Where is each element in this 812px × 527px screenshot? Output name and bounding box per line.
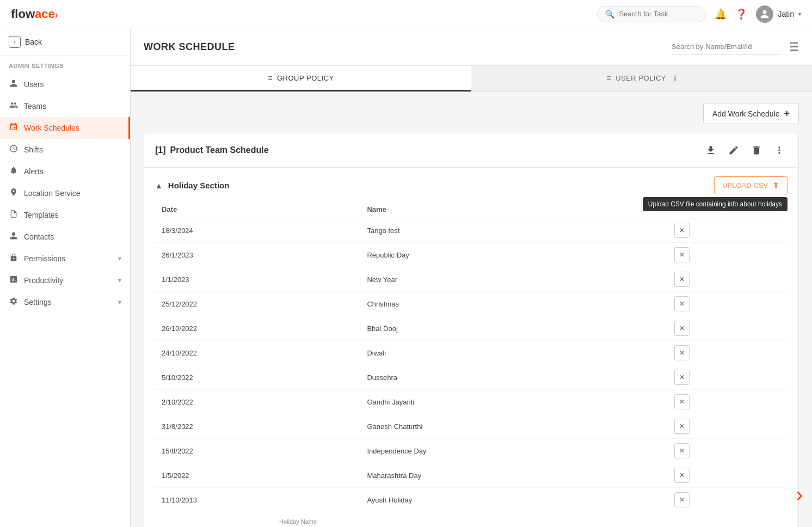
avatar bbox=[756, 5, 773, 23]
sidebar-item-permissions[interactable]: Permissions ▾ bbox=[0, 248, 130, 269]
holiday-action-cell: ✕ bbox=[668, 390, 788, 414]
holiday-date: 31/8/2022 bbox=[155, 414, 360, 439]
holiday-name: Christmas bbox=[360, 292, 667, 316]
location-service-label: Location Service bbox=[24, 189, 81, 198]
holiday-name: Ganesh Chaturthi bbox=[360, 414, 667, 439]
holiday-date: 5/10/2022 bbox=[155, 365, 360, 390]
holiday-date: 26/1/2023 bbox=[155, 243, 360, 267]
holiday-action-cell: ✕ bbox=[668, 439, 788, 463]
sidebar-item-users[interactable]: Users bbox=[0, 73, 130, 95]
settings-chevron-icon: ▾ bbox=[118, 298, 121, 306]
tab-user-policy[interactable]: ≡ USER POLICY ℹ bbox=[471, 66, 812, 91]
edit-button[interactable] bbox=[725, 142, 742, 158]
holiday-date: 15/8/2022 bbox=[155, 439, 360, 463]
logo: flowace› bbox=[11, 7, 58, 21]
more-options-button[interactable] bbox=[771, 142, 788, 158]
teams-label: Teams bbox=[24, 102, 46, 111]
holiday-date: 26/10/2022 bbox=[155, 316, 360, 341]
add-work-schedule-button[interactable]: Add Work Schedule + bbox=[703, 103, 799, 124]
permissions-label: Permissions bbox=[24, 254, 65, 263]
table-row: 1/1/2023 New Year ✕ bbox=[155, 267, 788, 292]
holiday-name: Ayush Holiday bbox=[360, 488, 667, 512]
table-row: 31/8/2022 Ganesh Chaturthi ✕ bbox=[155, 414, 788, 439]
table-row: 24/10/2022 Diwali ✕ bbox=[155, 341, 788, 365]
sidebar-item-settings[interactable]: Settings ▾ bbox=[0, 291, 130, 313]
hamburger-icon[interactable]: ☰ bbox=[789, 40, 799, 53]
notification-icon[interactable]: 🔔 bbox=[715, 8, 727, 20]
sidebar-item-productivity[interactable]: Productivity ▾ bbox=[0, 269, 130, 291]
holiday-collapse-icon[interactable]: ▲ bbox=[155, 181, 163, 190]
remove-holiday-button[interactable]: ✕ bbox=[674, 370, 690, 385]
navbar: flowace› 🔍 🔔 ❓ Jatin ▾ bbox=[0, 0, 812, 28]
holiday-action-cell: ✕ bbox=[668, 463, 788, 488]
holiday-date: 1/5/2022 bbox=[155, 463, 360, 488]
upload-csv-button[interactable]: UPLOAD CSV ⬆ bbox=[714, 176, 788, 194]
user-policy-tab-icon: ≡ bbox=[606, 73, 611, 82]
name-input-wrap: Holiday Name ✏ bbox=[279, 518, 754, 527]
sidebar-item-location-service[interactable]: Location Service bbox=[0, 182, 130, 204]
templates-icon bbox=[9, 210, 19, 220]
schedule-id: [1] bbox=[155, 145, 166, 155]
remove-holiday-button[interactable]: ✕ bbox=[674, 492, 690, 507]
productivity-label: Productivity bbox=[24, 276, 63, 285]
table-row: 1/5/2022 Maharashtra Day ✕ bbox=[155, 463, 788, 488]
users-icon bbox=[9, 79, 19, 90]
remove-holiday-button[interactable]: ✕ bbox=[674, 223, 690, 238]
remove-holiday-button[interactable]: ✕ bbox=[674, 321, 690, 336]
contacts-icon bbox=[9, 231, 19, 242]
holiday-name: Maharashtra Day bbox=[360, 463, 667, 488]
remove-holiday-button[interactable]: ✕ bbox=[674, 345, 690, 360]
date-column-header: Date bbox=[155, 201, 360, 218]
back-button[interactable]: ‹ Back bbox=[0, 28, 130, 56]
tab-group-policy[interactable]: ≡ GROUP POLICY bbox=[131, 66, 471, 91]
tabs-bar: ≡ GROUP POLICY ≡ USER POLICY ℹ bbox=[131, 66, 812, 92]
add-holiday-row: 📅 Holiday Name ✏ ADD bbox=[155, 512, 788, 527]
user-name: Jatin bbox=[778, 10, 794, 19]
templates-label: Templates bbox=[24, 211, 59, 219]
sidebar-item-contacts[interactable]: Contacts bbox=[0, 226, 130, 248]
sidebar-item-teams[interactable]: Teams bbox=[0, 95, 130, 117]
download-button[interactable] bbox=[703, 142, 719, 158]
holiday-action-cell: ✕ bbox=[668, 243, 788, 267]
table-row: 15/8/2022 Independence Day ✕ bbox=[155, 439, 788, 463]
alerts-icon bbox=[9, 166, 19, 177]
remove-holiday-button[interactable]: ✕ bbox=[674, 443, 690, 458]
upload-csv-tooltip: Upload CSV file containing info about ho… bbox=[643, 197, 788, 211]
add-btn-row: Add Work Schedule + bbox=[144, 103, 799, 124]
users-label: Users bbox=[24, 80, 44, 89]
work-schedules-icon bbox=[9, 122, 19, 133]
sidebar-item-alerts[interactable]: Alerts bbox=[0, 161, 130, 182]
schedule-card: [1] Product Team Schedule bbox=[144, 133, 799, 527]
user-menu[interactable]: Jatin ▾ bbox=[756, 5, 801, 23]
help-icon[interactable]: ❓ bbox=[735, 8, 747, 20]
admin-settings-label: ADMIN SETTINGS bbox=[0, 56, 130, 73]
global-search-box[interactable]: 🔍 bbox=[597, 6, 706, 22]
holiday-action-cell: ✕ bbox=[668, 414, 788, 439]
holiday-name: Republic Day bbox=[360, 243, 667, 267]
global-search-input[interactable] bbox=[619, 10, 695, 18]
content-area: Add Work Schedule + [1] Product Team Sch… bbox=[131, 92, 812, 527]
navbar-right: 🔍 🔔 ❓ Jatin ▾ bbox=[597, 5, 801, 23]
sidebar-item-shifts[interactable]: Shifts bbox=[0, 139, 130, 161]
holiday-action-cell: ✕ bbox=[668, 267, 788, 292]
remove-holiday-button[interactable]: ✕ bbox=[674, 272, 690, 287]
contacts-label: Contacts bbox=[24, 232, 54, 241]
remove-holiday-button[interactable]: ✕ bbox=[674, 419, 690, 434]
table-row: 2/10/2022 Gandhi Jayanti ✕ bbox=[155, 390, 788, 414]
holiday-action-cell: ✕ bbox=[668, 488, 788, 512]
location-service-icon bbox=[9, 188, 19, 199]
sidebar-item-work-schedules[interactable]: Work Schedules bbox=[0, 117, 130, 139]
name-column-header: Name bbox=[360, 201, 667, 218]
holiday-name: New Year bbox=[360, 267, 667, 292]
remove-holiday-button[interactable]: ✕ bbox=[674, 468, 690, 483]
remove-holiday-button[interactable]: ✕ bbox=[674, 296, 690, 311]
add-icon: + bbox=[784, 108, 790, 119]
sidebar-item-templates[interactable]: Templates bbox=[0, 204, 130, 226]
delete-button[interactable] bbox=[748, 142, 765, 158]
holiday-date: 18/3/2024 bbox=[155, 218, 360, 243]
remove-holiday-button[interactable]: ✕ bbox=[674, 394, 690, 409]
productivity-chevron-icon: ▾ bbox=[118, 277, 121, 284]
page-header: WORK SCHEDULE ☰ bbox=[131, 28, 812, 66]
name-search-input[interactable] bbox=[672, 39, 780, 54]
remove-holiday-button[interactable]: ✕ bbox=[674, 247, 690, 262]
